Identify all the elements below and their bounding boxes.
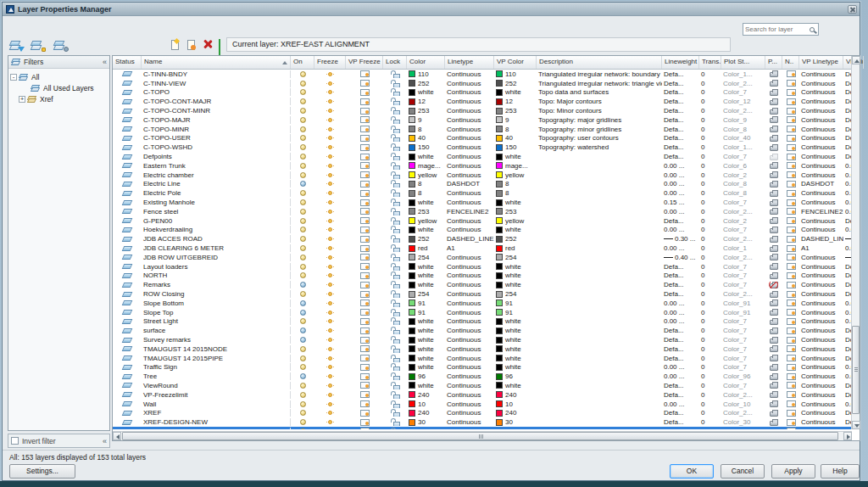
color-swatch[interactable] bbox=[496, 419, 503, 426]
new-vp-freeze-icon[interactable] bbox=[787, 217, 796, 224]
freeze-sun-icon[interactable] bbox=[328, 72, 332, 76]
new-property-filter-button[interactable] bbox=[9, 39, 25, 52]
freeze-sun-icon[interactable] bbox=[328, 292, 332, 296]
color-swatch[interactable] bbox=[409, 208, 415, 215]
layer-row[interactable]: Traffic SignwhiteContinuouswhite0.00 ...… bbox=[113, 363, 852, 372]
color-swatch[interactable] bbox=[409, 382, 415, 389]
color-swatch[interactable] bbox=[496, 245, 503, 252]
color-swatch[interactable] bbox=[496, 217, 503, 224]
new-vp-freeze-icon[interactable] bbox=[787, 98, 796, 105]
freeze-sun-icon[interactable] bbox=[328, 182, 332, 186]
new-vp-freeze-icon[interactable] bbox=[787, 135, 796, 142]
bulb-off-icon[interactable] bbox=[300, 327, 306, 333]
vp-freeze-icon[interactable] bbox=[360, 263, 370, 270]
bulb-on-icon[interactable] bbox=[300, 355, 306, 361]
layer-row[interactable]: HoekverdraaiingwhiteContinuouswhite0.00 … bbox=[113, 226, 852, 235]
search-input[interactable] bbox=[743, 25, 810, 33]
color-swatch[interactable] bbox=[409, 116, 415, 123]
vp-freeze-icon[interactable] bbox=[360, 217, 370, 224]
layer-row[interactable]: XREF-EAST ALIGNMENT bbox=[113, 427, 852, 429]
color-swatch[interactable] bbox=[409, 291, 415, 298]
vp-freeze-icon[interactable] bbox=[360, 199, 370, 206]
printer-icon[interactable] bbox=[770, 293, 778, 298]
freeze-sun-icon[interactable] bbox=[328, 210, 332, 214]
layer-row[interactable]: ViewRoundwhiteContinuouswhiteDefa...0Col… bbox=[113, 381, 852, 390]
printer-icon[interactable] bbox=[770, 402, 778, 407]
freeze-sun-icon[interactable] bbox=[328, 393, 332, 397]
new-vp-freeze-icon[interactable] bbox=[787, 70, 796, 77]
tree-item-all-used-layers[interactable]: All Used Layers bbox=[10, 82, 108, 93]
color-swatch[interactable] bbox=[496, 299, 503, 306]
freeze-sun-icon[interactable] bbox=[328, 164, 332, 168]
printer-icon[interactable] bbox=[770, 238, 778, 243]
vp-freeze-icon[interactable] bbox=[360, 154, 370, 160]
lock-open-icon[interactable] bbox=[391, 409, 399, 417]
vp-freeze-icon[interactable] bbox=[360, 410, 370, 417]
new-vp-freeze-icon[interactable] bbox=[787, 428, 796, 429]
new-vp-freeze-icon[interactable] bbox=[787, 227, 796, 233]
color-swatch[interactable] bbox=[409, 108, 415, 115]
bulb-on-icon[interactable] bbox=[300, 98, 306, 104]
bulb-on-icon[interactable] bbox=[300, 383, 306, 389]
vp-freeze-icon[interactable] bbox=[360, 116, 370, 123]
vertical-scrollbar[interactable] bbox=[851, 56, 860, 429]
tree-item-all[interactable]: - All bbox=[10, 71, 108, 82]
expand-expander-icon[interactable]: + bbox=[19, 96, 25, 103]
bulb-off-icon[interactable] bbox=[300, 337, 306, 343]
freeze-sun-icon[interactable] bbox=[328, 374, 332, 378]
freeze-sun-icon[interactable] bbox=[328, 81, 332, 86]
ok-button[interactable]: OK bbox=[670, 464, 714, 479]
vp-freeze-icon[interactable] bbox=[360, 373, 370, 380]
lock-open-icon[interactable] bbox=[391, 428, 399, 429]
bulb-on-icon[interactable] bbox=[300, 255, 306, 260]
layer-row[interactable]: Electric Line8DASHDOT80.00 ...0Color_8DA… bbox=[113, 180, 852, 189]
printer-icon[interactable] bbox=[770, 421, 778, 426]
freeze-sun-icon[interactable] bbox=[328, 219, 332, 223]
new-vp-freeze-icon[interactable] bbox=[787, 116, 796, 123]
column-header-plot[interactable]: P... bbox=[765, 56, 782, 69]
column-header-on[interactable]: On bbox=[291, 56, 314, 69]
layer-row[interactable]: C-TOPO-USER40Continuous40Topography: use… bbox=[113, 134, 852, 143]
freeze-sun-icon[interactable] bbox=[328, 402, 332, 406]
color-swatch[interactable] bbox=[409, 181, 415, 188]
color-swatch[interactable] bbox=[409, 299, 415, 306]
color-swatch[interactable] bbox=[496, 327, 503, 334]
color-swatch[interactable] bbox=[496, 162, 503, 169]
tree-item-xref[interactable]: + Xref bbox=[10, 93, 108, 104]
new-vp-freeze-icon[interactable] bbox=[787, 337, 796, 344]
vp-freeze-icon[interactable] bbox=[360, 254, 370, 260]
lock-open-icon[interactable] bbox=[391, 80, 399, 87]
new-layer-vp-frozen-button[interactable] bbox=[186, 39, 201, 52]
color-swatch[interactable] bbox=[409, 199, 415, 206]
color-swatch[interactable] bbox=[409, 80, 415, 87]
new-layer-button[interactable] bbox=[170, 39, 185, 52]
color-swatch[interactable] bbox=[496, 116, 503, 123]
color-swatch[interactable] bbox=[496, 382, 503, 389]
color-swatch[interactable] bbox=[409, 318, 415, 325]
printer-icon[interactable] bbox=[770, 201, 778, 206]
layer-row[interactable]: C-TOPOwhiteContinuouswhiteTopo data and … bbox=[113, 88, 852, 98]
printer-icon[interactable] bbox=[770, 339, 778, 344]
color-swatch[interactable] bbox=[409, 98, 415, 105]
color-swatch[interactable] bbox=[496, 199, 503, 206]
new-vp-freeze-icon[interactable] bbox=[787, 345, 796, 352]
freeze-sun-icon[interactable] bbox=[328, 338, 332, 342]
lock-open-icon[interactable] bbox=[391, 363, 399, 371]
lock-open-icon[interactable] bbox=[391, 116, 399, 124]
bulb-on-icon[interactable] bbox=[300, 346, 306, 352]
column-header-vpcolor[interactable]: VP Color bbox=[494, 56, 537, 69]
printer-icon[interactable] bbox=[770, 127, 778, 132]
layer-row[interactable]: ROW Closing254Continuous254Defa...0Color… bbox=[113, 289, 852, 299]
lock-open-icon[interactable] bbox=[391, 244, 399, 252]
color-swatch[interactable] bbox=[496, 208, 503, 215]
printer-icon[interactable] bbox=[770, 247, 778, 252]
column-header-freeze[interactable]: Freeze bbox=[314, 56, 346, 69]
vp-freeze-icon[interactable] bbox=[360, 208, 370, 215]
new-vp-freeze-icon[interactable] bbox=[787, 282, 796, 288]
freeze-sun-icon[interactable] bbox=[328, 365, 332, 369]
vp-freeze-icon[interactable] bbox=[360, 144, 370, 151]
freeze-sun-icon[interactable] bbox=[328, 118, 332, 122]
column-header-trans[interactable]: Trans... bbox=[699, 56, 721, 69]
layer-row[interactable]: TMAUGUST 14 2015NODEwhiteContinuouswhite… bbox=[113, 344, 852, 354]
color-swatch[interactable] bbox=[409, 400, 415, 407]
